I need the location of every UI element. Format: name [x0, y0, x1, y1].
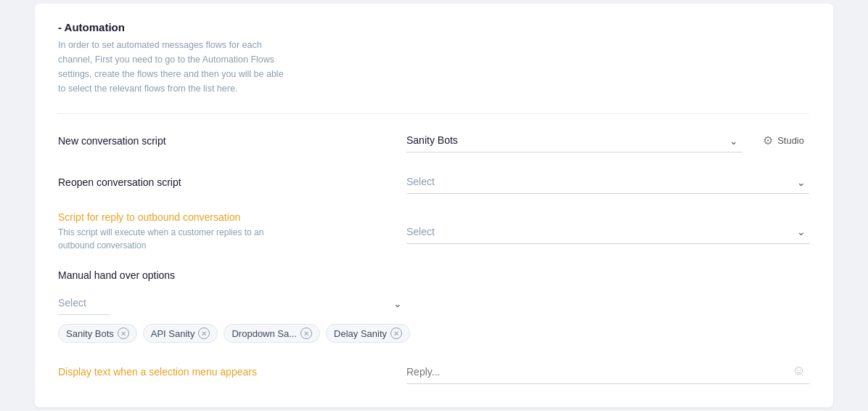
tag-delay-sanity: Delay Sanity ✕: [326, 324, 410, 343]
outbound-reply-select-wrapper: Select ⌄: [406, 220, 810, 244]
tags-row: Sanity Bots ✕ API Sanity ✕ Dropdown Sa..…: [58, 324, 810, 343]
tag-dropdown-sa-close[interactable]: ✕: [300, 327, 312, 339]
section-title: - Automation: [58, 21, 810, 33]
reopen-conversation-row: Reopen conversation script Select ⌄: [58, 170, 810, 194]
tag-delay-sanity-close[interactable]: ✕: [390, 327, 402, 339]
tag-sanity-bots-close[interactable]: ✕: [118, 327, 129, 339]
tag-delay-sanity-text: Delay Sanity: [334, 328, 387, 339]
reply-input[interactable]: [406, 360, 810, 384]
reply-wrapper: ☺: [406, 360, 810, 384]
studio-button[interactable]: ⚙ Studio: [757, 131, 810, 150]
manual-handover-label: Manual hand over options: [58, 269, 810, 281]
outbound-reply-label-wrapper: Script for reply to outbound conversatio…: [58, 211, 392, 252]
reopen-conversation-label: Reopen conversation script: [58, 176, 392, 188]
reopen-conversation-select[interactable]: Select: [406, 170, 810, 194]
studio-label: Studio: [777, 135, 804, 146]
outbound-reply-select[interactable]: Select: [406, 220, 810, 244]
tag-sanity-bots: Sanity Bots ✕: [58, 324, 137, 343]
new-conversation-row: New conversation script Sanity Bots Sele…: [58, 129, 810, 152]
tag-api-sanity-close[interactable]: ✕: [198, 327, 210, 339]
display-label: Display text when a selection menu appea…: [58, 360, 392, 378]
chevron-down-icon: ⌄: [393, 298, 402, 309]
new-conversation-select-wrapper: Sanity Bots Select ⌄: [406, 129, 742, 152]
manual-select[interactable]: Select: [58, 291, 110, 315]
studio-icon: ⚙: [763, 134, 773, 147]
main-container: - Automation In order to set automated m…: [35, 4, 833, 407]
section-description: In order to set automated messages flows…: [58, 38, 290, 96]
outbound-reply-subtitle: This script will execute when a customer…: [58, 226, 290, 252]
divider: [58, 113, 810, 114]
display-section: Display text when a selection menu appea…: [58, 360, 810, 384]
new-conversation-select[interactable]: Sanity Bots Select: [406, 129, 742, 152]
tag-sanity-bots-text: Sanity Bots: [66, 328, 114, 339]
outbound-reply-row: Script for reply to outbound conversatio…: [58, 211, 810, 252]
tag-api-sanity: API Sanity ✕: [143, 324, 218, 343]
tag-dropdown-sa-text: Dropdown Sa...: [232, 328, 297, 339]
outbound-reply-label: Script for reply to outbound conversatio…: [58, 211, 392, 223]
reopen-conversation-select-wrapper: Select ⌄: [406, 170, 810, 194]
manual-select-wrapper: Select ⌄: [58, 291, 406, 315]
new-conversation-label-wrapper: New conversation script: [58, 135, 392, 147]
reopen-conversation-label-wrapper: Reopen conversation script: [58, 176, 392, 188]
manual-select-row: Select ⌄: [58, 291, 406, 315]
new-conversation-label: New conversation script: [58, 135, 392, 147]
manual-handover-section: Manual hand over options Select ⌄ Sanity…: [58, 269, 810, 343]
tag-api-sanity-text: API Sanity: [151, 328, 195, 339]
emoji-icon[interactable]: ☺: [793, 363, 806, 378]
tag-dropdown-sa: Dropdown Sa... ✕: [224, 324, 320, 343]
